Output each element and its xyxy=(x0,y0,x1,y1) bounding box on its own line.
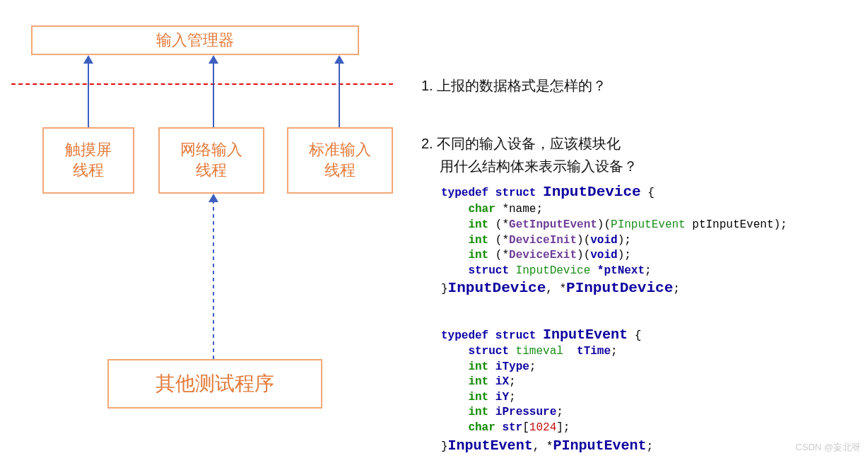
svg-marker-5 xyxy=(334,55,344,64)
arrow-touch-to-manager xyxy=(83,55,93,127)
question-2-line1: 2. 不同的输入设备，应该模块化 xyxy=(421,134,621,153)
manager-box: 输入管理器 xyxy=(31,25,359,55)
thread-std-box: 标准输入 线程 xyxy=(287,127,393,194)
question-1: 1. 上报的数据格式是怎样的？ xyxy=(421,76,606,95)
arrow-net-to-manager xyxy=(209,55,218,127)
arrow-other-to-net xyxy=(209,194,218,359)
arrow-std-to-manager xyxy=(334,55,344,127)
code-inputdevice: typedef struct InputDevice { char *name;… xyxy=(441,182,787,299)
code-inputevent: typedef struct InputEvent { struct timev… xyxy=(441,325,653,455)
other-program-box: 其他测试程序 xyxy=(107,359,322,409)
watermark: CSDN @妄北呀 xyxy=(795,441,861,454)
question-2-line2: 用什么结构体来表示输入设备？ xyxy=(440,157,638,176)
thread-touch-box: 触摸屏 线程 xyxy=(42,127,134,194)
svg-marker-1 xyxy=(83,55,93,64)
svg-marker-7 xyxy=(209,194,218,202)
separator-dashed xyxy=(11,83,393,85)
svg-marker-3 xyxy=(209,55,218,64)
thread-net-box: 网络输入 线程 xyxy=(158,127,264,194)
